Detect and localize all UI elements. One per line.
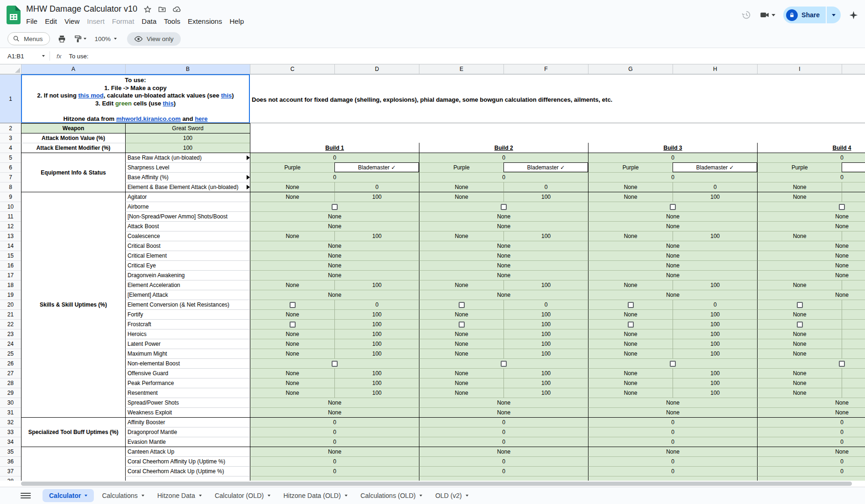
tab-hitzone-data-old[interactable]: Hitzone Data (OLD) bbox=[277, 487, 354, 504]
cell-build4-r18-d[interactable]: 100 bbox=[842, 280, 865, 290]
cell-build2-r25-c[interactable]: None bbox=[419, 349, 503, 358]
cell-build1-r26[interactable] bbox=[250, 358, 419, 368]
cell-build1-r34[interactable]: 0 bbox=[250, 437, 419, 447]
cell-b8[interactable]: Element & Base Element Attack (un-bloate… bbox=[125, 182, 250, 192]
cell-build1-r24-c[interactable]: None bbox=[250, 339, 334, 349]
cell-b24[interactable]: Latent Power bbox=[125, 339, 250, 349]
cell-a5-section-label[interactable]: Equipment Info & Status bbox=[21, 153, 125, 192]
cell-build3-r16[interactable]: None bbox=[588, 260, 757, 270]
video-call-icon[interactable] bbox=[759, 10, 775, 20]
row-header-1[interactable]: 1 bbox=[0, 74, 21, 123]
cell-build4-r38[interactable] bbox=[757, 476, 865, 481]
link[interactable]: this bbox=[163, 100, 174, 107]
cell-build2-r28-c[interactable]: None bbox=[419, 378, 503, 388]
cell-build1-r5[interactable]: 0 bbox=[250, 153, 419, 162]
cell-build4-r8-c[interactable]: None bbox=[757, 182, 842, 192]
cell-build4-r12[interactable]: None bbox=[757, 221, 865, 231]
cell-build4-r29-d[interactable]: 100 bbox=[842, 388, 865, 398]
cell-build4-r6-sharpness-color[interactable]: Purple bbox=[757, 162, 842, 172]
menu-format[interactable]: Format bbox=[108, 17, 138, 26]
column-header-f[interactable]: F bbox=[503, 64, 588, 74]
cell-build1-r21-d[interactable]: 100 bbox=[334, 309, 419, 319]
cell-build3-r22-c[interactable] bbox=[588, 319, 673, 329]
cell-build2-r8-d[interactable]: 0 bbox=[503, 182, 588, 192]
cell-build4-r20-d[interactable]: 0 bbox=[842, 300, 865, 309]
cell-build2-r27-d[interactable]: 100 bbox=[503, 368, 588, 378]
print-icon[interactable] bbox=[57, 35, 66, 43]
cell-b21[interactable]: Fortify bbox=[125, 309, 250, 319]
cell-build4-r22-d[interactable]: 100 bbox=[842, 319, 865, 329]
cell-build2-r29-c[interactable]: None bbox=[419, 388, 503, 398]
checkbox-unchecked[interactable] bbox=[670, 204, 676, 210]
cell-build1-r35[interactable]: None bbox=[250, 447, 419, 456]
cell-build2-r17[interactable]: None bbox=[419, 270, 588, 280]
cell-build4-r17[interactable]: None bbox=[757, 270, 865, 280]
select-all-corner[interactable] bbox=[0, 64, 21, 74]
link[interactable]: this bbox=[221, 92, 232, 99]
cell-build2-r9-d[interactable]: 100 bbox=[503, 192, 588, 202]
share-button-main[interactable]: Share bbox=[783, 7, 826, 23]
row-header-3[interactable]: 3 bbox=[0, 133, 21, 143]
cell-a4-section-label[interactable]: Attack Element Modifier (%) bbox=[21, 143, 125, 153]
menu-tools[interactable]: Tools bbox=[160, 17, 184, 26]
tab-menu-caret-icon[interactable] bbox=[85, 495, 87, 497]
cell-build4-r9-d[interactable]: 100 bbox=[842, 192, 865, 202]
cell-b15[interactable]: Critical Element bbox=[125, 251, 250, 260]
cell-build1-r6-weapon-class[interactable]: Blademaster ✓ bbox=[334, 162, 419, 172]
cell-build3-r10[interactable] bbox=[588, 202, 757, 211]
cell-build1-r22-c[interactable] bbox=[250, 319, 334, 329]
cell-build3-r18-d[interactable]: 100 bbox=[673, 280, 757, 290]
cell-build2-r23-d[interactable]: 100 bbox=[503, 329, 588, 339]
cell-build4-r24-d[interactable]: 100 bbox=[842, 339, 865, 349]
cell-build4-header[interactable]: Build 4 bbox=[757, 143, 865, 153]
cell-build3-r8-c[interactable]: None bbox=[588, 182, 673, 192]
cell-build3-r22-d[interactable]: 100 bbox=[673, 319, 757, 329]
cell-b16[interactable]: Critical Eye bbox=[125, 260, 250, 270]
cell-build3-r8-d[interactable]: 0 bbox=[673, 182, 757, 192]
checkbox-unchecked[interactable] bbox=[628, 322, 634, 328]
cell-build4-r25-d[interactable]: 100 bbox=[842, 349, 865, 358]
cell-build1-r16[interactable]: None bbox=[250, 260, 419, 270]
share-dropdown-button[interactable] bbox=[827, 7, 841, 23]
cell-build2-r18-d[interactable]: 100 bbox=[503, 280, 588, 290]
cell-build2-r31[interactable]: None bbox=[419, 407, 588, 417]
menu-help[interactable]: Help bbox=[226, 17, 248, 26]
horizontal-scrollbar-thumb[interactable] bbox=[21, 482, 852, 486]
empty-cells-r2[interactable] bbox=[250, 123, 865, 133]
cell-build4-r13-c[interactable]: None bbox=[757, 231, 842, 241]
checkbox-unchecked[interactable] bbox=[290, 302, 296, 308]
cell-b12[interactable]: Attack Boost bbox=[125, 221, 250, 231]
tab-menu-caret-icon[interactable] bbox=[466, 495, 468, 497]
cell-build1-r27-d[interactable]: 100 bbox=[334, 368, 419, 378]
cell-build2-r37[interactable]: 0 bbox=[419, 466, 588, 476]
row-header-2[interactable]: 2 bbox=[0, 123, 21, 133]
cell-build4-r29-c[interactable]: None bbox=[757, 388, 842, 398]
cell-build3-r5[interactable]: 0 bbox=[588, 153, 757, 162]
paint-format-icon[interactable] bbox=[74, 35, 86, 43]
cell-b35[interactable]: Canteen Attack Up bbox=[125, 447, 250, 456]
cell-build1-r18-d[interactable]: 100 bbox=[334, 280, 419, 290]
cell-b20[interactable]: Element Conversion (& Net Resistances) bbox=[125, 300, 250, 309]
cell-build1-r18-c[interactable]: None bbox=[250, 280, 334, 290]
cell-build3-r21-d[interactable]: 100 bbox=[673, 309, 757, 319]
row-header-15[interactable]: 15 bbox=[0, 251, 21, 260]
row-header-27[interactable]: 27 bbox=[0, 368, 21, 378]
cell-build2-r29-d[interactable]: 100 bbox=[503, 388, 588, 398]
row-header-36[interactable]: 36 bbox=[0, 456, 21, 466]
cell-build2-r36[interactable]: 0 bbox=[419, 456, 588, 466]
cell-build4-r36[interactable]: 0 bbox=[757, 456, 865, 466]
cell-build4-r19[interactable]: None bbox=[757, 290, 865, 300]
cell-build4-r32[interactable]: 0 bbox=[757, 417, 865, 427]
cell-build4-r15[interactable]: None bbox=[757, 251, 865, 260]
row-header-5[interactable]: 5 bbox=[0, 153, 21, 162]
cell-build2-r30[interactable]: None bbox=[419, 398, 588, 407]
cell-build1-r32[interactable]: 0 bbox=[250, 417, 419, 427]
cell-b7[interactable]: Base Affinity (%) bbox=[125, 172, 250, 182]
cell-build3-r27-d[interactable]: 100 bbox=[673, 368, 757, 378]
cell-a2-section-label[interactable]: Weapon bbox=[21, 123, 125, 133]
cell-build3-r19[interactable]: None bbox=[588, 290, 757, 300]
cell-build3-r37[interactable]: 0 bbox=[588, 466, 757, 476]
row-header-37[interactable]: 37 bbox=[0, 466, 21, 476]
row-header-24[interactable]: 24 bbox=[0, 339, 21, 349]
horizontal-scrollbar[interactable] bbox=[0, 481, 865, 487]
